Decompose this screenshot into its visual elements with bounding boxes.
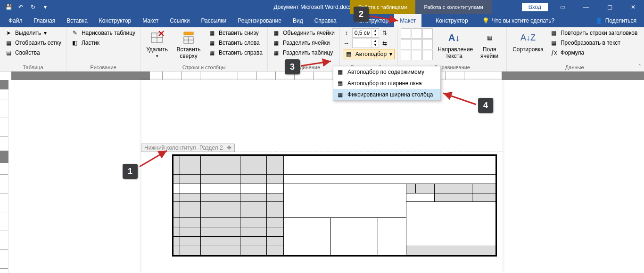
ribbon-options-icon[interactable]: ▭ [552,0,573,14]
select-button[interactable]: ➤Выделить ▾ [3,28,63,38]
distribute-cols-icon[interactable]: ⇆ [381,40,388,47]
spin-down[interactable]: ▼ [372,43,379,48]
insert-right-icon: ▦ [208,49,216,56]
merge-cells-button[interactable]: ▦Объединить ячейки [271,28,337,38]
footer-label: Нижний колонтитул -Раздел 2- ✥ [141,144,235,152]
horizontal-ruler[interactable] [11,72,644,80]
bulb-icon: 💡 [482,17,489,24]
document-area: Нижний колонтитул -Раздел 2- ✥ [0,72,644,273]
tab-review[interactable]: Рецензирование [232,14,287,27]
group-cellsize: ↕ ▲▼ ⇅ ↔ ▲▼ ⇆ ▦ Автоподбор ▾ Р [340,27,398,71]
repeat-headers-button[interactable]: ▦Повторить строки заголовков [548,28,639,38]
col-width-field[interactable]: ▲▼ [352,39,379,48]
group-alignment: A↓ Направление текста ▦ Поля ячейки Выра… [398,27,507,71]
save-icon[interactable]: 💾 [3,1,14,13]
eraser-icon: ◧ [71,39,79,47]
title-bar: 💾 ↶ ↻ ▾ Документ Microsoft Word.docx - W… [0,0,644,14]
col-width-input[interactable] [353,40,372,47]
insert-right-button[interactable]: ▦Вставить справа [206,48,264,57]
autofit-button[interactable]: ▦ Автоподбор ▾ [343,49,395,59]
group-draw: ✎Нарисовать таблицу ◧Ластик Рисование [66,27,140,71]
draw-table-button[interactable]: ✎Нарисовать таблицу [69,28,137,38]
cell-margins-button[interactable]: ▦ Поля ячейки [475,28,504,64]
doc-name: Документ Microsoft Word.docx [274,4,352,10]
insert-above-button[interactable]: Вставить сверху [173,28,205,64]
insert-left-button[interactable]: ▦Вставить слева [206,38,264,48]
tab-hf-design[interactable]: Конструктор [430,14,473,27]
qat-more-icon[interactable]: ▾ [40,1,51,13]
tab-table-layout[interactable]: Макет [394,14,421,27]
undo-icon[interactable]: ↶ [15,1,26,13]
footer-zone: Нижний колонтитул -Раздел 2- ✥ [141,152,503,152]
gridlines-button[interactable]: ▦Отобразить сетку [3,38,63,48]
ribbon-tabs: Файл Главная Вставка Конструктор Макет С… [0,14,644,27]
login-button[interactable]: Вход [522,3,548,11]
autofit-by-content[interactable]: ▦Автоподбор по содержимому [333,66,440,78]
align-br[interactable] [422,50,433,60]
properties-button[interactable]: ▤Свойства [3,48,63,57]
text-direction-icon: A↓ [446,30,462,45]
tab-mailings[interactable]: Рассылки [195,14,232,27]
align-ml[interactable] [401,39,411,49]
autofit-by-window[interactable]: ▦Автоподбор по ширине окна [333,78,440,89]
align-mc[interactable] [412,39,422,49]
merge-icon: ▦ [272,29,280,37]
formula-icon: ƒx [550,49,558,56]
share-button[interactable]: 👤 Поделиться [588,14,644,27]
spin-up[interactable]: ▲ [372,39,379,43]
stamp-table[interactable] [172,154,497,257]
pencil-icon: ✎ [71,29,79,37]
tab-links[interactable]: Ссылки [164,14,195,27]
row-height-input[interactable] [353,30,372,36]
tab-view[interactable]: Вид [287,14,309,27]
tab-file[interactable]: Файл [3,14,28,27]
align-mr[interactable] [422,39,433,49]
align-bc[interactable] [412,50,422,60]
formula-button[interactable]: ƒxФормула [548,48,639,57]
minimize-button[interactable]: — [575,0,597,14]
group-title-table: Таблица [3,64,63,71]
spin-down[interactable]: ▼ [372,33,379,37]
annotation-2: 2 [354,7,369,22]
delete-button[interactable]: Удалить ▾ [143,28,171,64]
tell-me-placeholder: Что вы хотите сделать? [492,17,555,24]
autofit-fixed-icon: ▦ [336,91,344,98]
restore-button[interactable]: ▢ [599,0,620,14]
align-tl[interactable] [401,28,411,39]
redo-icon[interactable]: ↻ [27,1,39,13]
tab-layout[interactable]: Макет [137,14,164,27]
autofit-fixed-width[interactable]: ▦Фиксированная ширина столбца [333,89,440,100]
sort-button[interactable]: A↓Z Сортировка [510,28,546,64]
collapse-ribbon-icon[interactable]: ˄ [638,64,641,70]
group-title-rowscols: Строки и столбцы [143,64,264,71]
align-tr[interactable] [422,28,433,39]
group-title-draw: Рисование [69,64,137,71]
tab-home[interactable]: Главная [28,14,61,27]
tab-help[interactable]: Справка [309,14,342,27]
align-bl[interactable] [401,50,411,60]
sort-icon: A↓Z [520,30,536,45]
split-cells-button[interactable]: ▦Разделить ячейки [271,38,337,48]
page[interactable]: Нижний колонтитул -Раздел 2- ✥ [141,80,503,273]
insert-left-icon: ▦ [208,39,216,47]
text-direction-button[interactable]: A↓ Направление текста [435,28,473,64]
tell-me[interactable]: 💡 Что вы хотите сделать? [482,14,555,27]
vertical-ruler[interactable] [0,80,8,273]
distribute-rows-icon[interactable]: ⇅ [381,29,388,37]
tab-design[interactable]: Конструктор [93,14,137,27]
convert-to-text-button[interactable]: ▦Преобразовать в текст [548,38,639,48]
align-tc[interactable] [412,28,422,39]
autofit-content-icon: ▦ [336,68,344,76]
insert-below-button[interactable]: ▦Вставить снизу [206,28,264,38]
row-height-field[interactable]: ▲▼ [352,28,379,38]
move-handle-icon[interactable]: ✥ [227,145,231,151]
share-icon: 👤 [595,14,603,27]
tab-insert[interactable]: Вставка [61,14,93,27]
spin-up[interactable]: ▲ [372,29,379,33]
split-table-button[interactable]: ▦Разделить таблицу [271,48,337,57]
group-merge: ▦Объединить ячейки ▦Разделить ячейки ▦Ра… [268,27,340,71]
close-button[interactable]: ✕ [622,0,644,14]
insert-above-icon [181,30,196,45]
group-table: ➤Выделить ▾ ▦Отобразить сетку ▤Свойства … [0,27,66,71]
eraser-button[interactable]: ◧Ластик [69,38,137,48]
